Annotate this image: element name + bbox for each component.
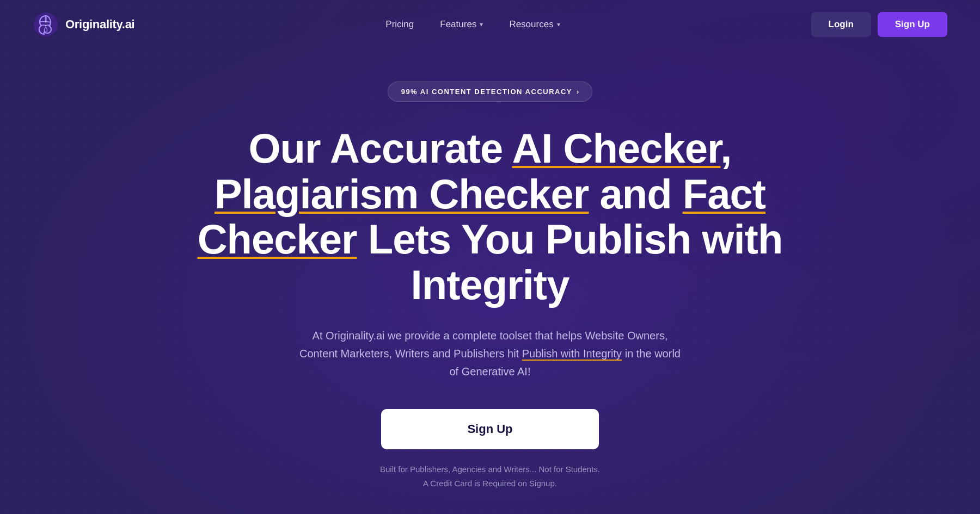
accuracy-badge[interactable]: 99% AI CONTENT DETECTION ACCURACY › (388, 82, 593, 102)
headline-plagiarism-checker: Plagiarism Checker (215, 171, 589, 217)
login-button[interactable]: Login (811, 12, 871, 37)
disclaimer-line1: Built for Publishers, Agencies and Write… (380, 465, 600, 474)
signup-hero-button[interactable]: Sign Up (381, 409, 599, 449)
resources-chevron-icon: ▾ (557, 21, 560, 28)
nav-features[interactable]: Features ▾ (429, 15, 494, 34)
logo-link[interactable]: Originality.ai (33, 11, 134, 38)
features-chevron-icon: ▾ (480, 21, 483, 28)
hero-disclaimer: Built for Publishers, Agencies and Write… (380, 462, 600, 490)
nav-pricing[interactable]: Pricing (375, 15, 425, 34)
svg-point-1 (45, 21, 47, 23)
hero-section: 99% AI CONTENT DETECTION ACCURACY › Our … (0, 49, 980, 490)
svg-point-2 (45, 25, 47, 27)
nav-actions: Login Sign Up (811, 12, 947, 37)
headline-part3: and (589, 171, 682, 217)
headline-ai-checker: AI Checker (512, 125, 720, 171)
headline-part1: Our Accurate (249, 125, 512, 171)
publish-integrity-link[interactable]: Publish with Integrity (522, 348, 622, 360)
disclaimer-line2: A Credit Card is Required on Signup. (423, 479, 557, 488)
headline-part4: Lets You Publish with Integrity (357, 216, 783, 308)
accuracy-badge-text: 99% AI CONTENT DETECTION ACCURACY (401, 88, 572, 96)
logo-icon (33, 11, 59, 38)
hero-headline: Our Accurate AI Checker, Plagiarism Chec… (191, 126, 789, 307)
navbar: Originality.ai Pricing Features ▾ Resour… (0, 0, 980, 49)
headline-part2: , (720, 125, 731, 171)
accuracy-badge-arrow: › (577, 88, 579, 96)
nav-resources[interactable]: Resources ▾ (498, 15, 571, 34)
logo-text: Originality.ai (65, 17, 134, 32)
nav-links: Pricing Features ▾ Resources ▾ (375, 15, 571, 34)
hero-subtext: At Originality.ai we provide a complete … (294, 327, 686, 381)
signup-nav-button[interactable]: Sign Up (878, 12, 947, 37)
